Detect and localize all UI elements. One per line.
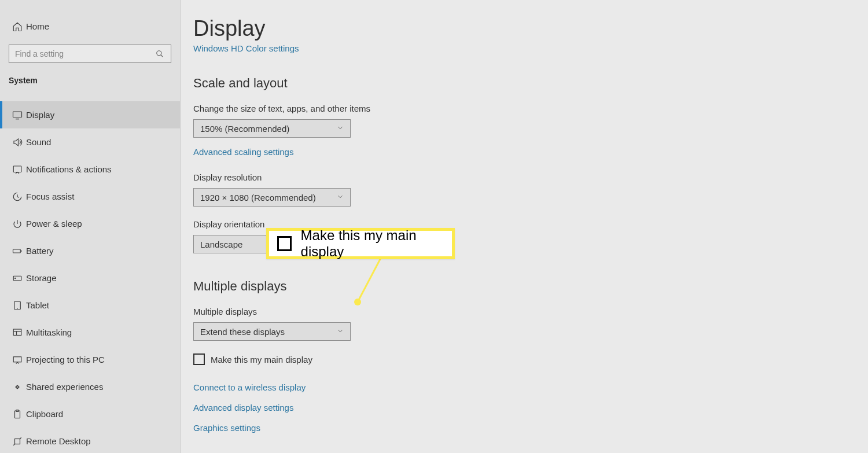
focus-assist-icon [9,191,26,202]
sidebar-item-projecting[interactable]: Projecting to this PC [0,346,180,373]
svg-point-5 [15,278,16,279]
multitasking-icon [9,327,26,338]
sidebar-item-label: Projecting to this PC [26,355,105,364]
clipboard-icon [9,409,26,419]
chevron-down-icon [336,327,344,335]
battery-icon [9,246,26,256]
sidebar-item-storage[interactable]: Storage [0,264,180,292]
sidebar-group-head: System [0,70,180,91]
sidebar-item-power-sleep[interactable]: Power & sleep [0,210,180,237]
search-field[interactable] [9,49,156,58]
sidebar-item-label: Sound [26,137,51,147]
combo-resolution-value: 1920 × 1080 (Recommended) [200,193,316,202]
svg-rect-11 [15,439,20,444]
sidebar-item-label: Clipboard [26,409,63,419]
remote-desktop-icon [9,436,26,447]
svg-rect-7 [13,329,21,336]
chevron-down-icon [336,124,344,132]
sound-icon [9,137,26,148]
section-multiple-displays: Multiple displays [193,279,868,294]
sidebar-item-label: Focus assist [26,191,74,201]
combo-scale-value: 150% (Recommended) [200,124,289,134]
sidebar-item-focus-assist[interactable]: Focus assist [0,183,180,210]
sidebar-item-clipboard[interactable]: Clipboard [0,400,180,428]
sidebar-item-tablet[interactable]: Tablet [0,292,180,319]
label-resolution: Display resolution [193,172,868,182]
sidebar-item-label: Tablet [26,300,49,310]
sidebar-item-label: Power & sleep [26,219,82,229]
sidebar-item-label: Multitasking [26,327,72,337]
link-advanced-display[interactable]: Advanced display settings [193,403,868,413]
link-wireless-display[interactable]: Connect to a wireless display [193,382,868,392]
label-scale: Change the size of text, apps, and other… [193,104,868,113]
callout-main-display: Make this my main display [266,228,455,259]
sidebar-item-label: Display [26,110,54,120]
link-hd-color[interactable]: Windows HD Color settings [193,43,299,53]
callout-leader-dot [354,299,361,305]
sidebar-item-battery[interactable]: Battery [0,237,180,264]
checkbox-main-display[interactable]: Make this my main display [193,353,868,365]
sidebar-home[interactable]: Home [0,13,180,40]
tablet-icon [9,300,26,311]
sidebar-item-label: Remote Desktop [26,436,91,446]
sidebar-item-shared-experiences[interactable]: Shared experiences [0,373,180,400]
sidebar: Home System Display Sound Notifications … [0,0,181,453]
main: Display Windows HD Color settings Scale … [181,0,868,453]
svg-rect-1 [13,112,22,117]
sidebar-item-display[interactable]: Display [0,101,180,128]
link-graphics-settings[interactable]: Graphics settings [193,423,868,433]
home-icon [9,21,26,32]
sidebar-item-remote-desktop[interactable]: Remote Desktop [0,428,180,453]
display-icon [9,110,26,120]
sidebar-item-sound[interactable]: Sound [0,128,180,156]
sidebar-item-multitasking[interactable]: Multitasking [0,319,180,346]
sidebar-item-notifications[interactable]: Notifications & actions [0,156,180,183]
sidebar-home-label: Home [26,21,49,31]
chevron-down-icon [336,193,344,201]
search-input[interactable] [9,45,171,63]
sidebar-item-label: Shared experiences [26,382,103,392]
power-icon [9,219,26,229]
svg-rect-3 [13,249,21,253]
svg-rect-8 [13,356,21,362]
search-icon [156,50,171,58]
callout-checkbox-icon [277,236,292,251]
callout-text: Make this my main display [301,227,452,260]
combo-scale[interactable]: 150% (Recommended) [193,119,351,138]
storage-icon [9,273,26,283]
sidebar-item-label: Storage [26,273,57,283]
label-multiple-displays: Multiple displays [193,307,868,316]
svg-rect-2 [13,166,21,172]
combo-resolution[interactable]: 1920 × 1080 (Recommended) [193,188,351,207]
checkbox-main-display-label: Make this my main display [211,355,312,364]
section-scale-layout: Scale and layout [193,76,868,91]
svg-point-0 [157,51,161,56]
combo-orientation-value: Landscape [200,240,242,249]
notifications-icon [9,164,26,175]
checkbox-box-icon [193,353,205,365]
page-title: Display [193,0,868,41]
combo-multiple-displays-value: Extend these displays [200,327,285,337]
link-advanced-scaling[interactable]: Advanced scaling settings [193,147,293,157]
combo-multiple-displays[interactable]: Extend these displays [193,322,351,341]
projecting-icon [9,355,26,365]
sidebar-item-label: Notifications & actions [26,164,112,174]
search-wrap [0,40,180,70]
sidebar-item-label: Battery [26,246,54,256]
shared-experiences-icon [9,382,26,392]
